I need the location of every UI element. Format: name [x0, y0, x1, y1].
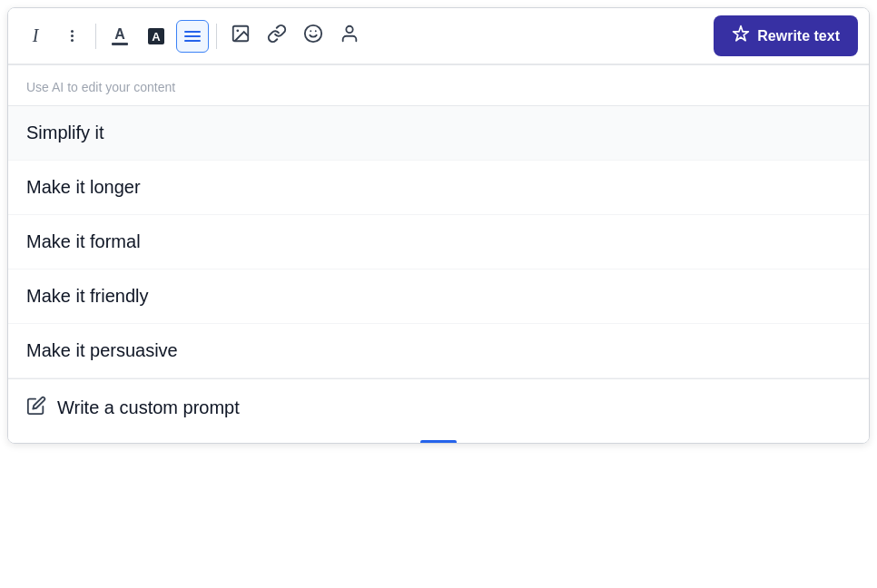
rewrite-label: Rewrite text [757, 28, 840, 44]
emoji-icon [303, 24, 323, 48]
person-button[interactable] [333, 20, 366, 53]
persuasive-label: Make it persuasive [26, 340, 178, 361]
longer-label: Make it longer [26, 177, 141, 198]
link-icon [267, 24, 287, 48]
text-highlight-icon: A [146, 26, 166, 46]
text-color-button[interactable]: A [103, 20, 136, 53]
emoji-button[interactable] [297, 20, 330, 53]
svg-point-7 [346, 26, 352, 33]
svg-point-3 [236, 29, 239, 32]
align-button[interactable] [176, 20, 209, 53]
align-icon [184, 31, 201, 42]
more-options-button[interactable] [55, 20, 88, 53]
friendly-label: Make it friendly [26, 286, 149, 307]
simplify-label: Simplify it [26, 122, 104, 143]
svg-text:A: A [152, 30, 161, 44]
toolbar-divider-2 [216, 24, 217, 49]
longer-item[interactable]: Make it longer [8, 161, 869, 215]
formal-item[interactable]: Make it formal [8, 215, 869, 270]
svg-point-4 [305, 25, 321, 42]
custom-prompt-label: Write a custom prompt [57, 397, 240, 418]
text-highlight-button[interactable]: A [140, 20, 172, 53]
simplify-item[interactable]: Simplify it [8, 106, 869, 161]
editor-container: I A A [7, 7, 870, 444]
italic-button[interactable]: I [19, 20, 52, 53]
sparkle-icon [732, 24, 750, 47]
person-icon [340, 24, 360, 48]
dropdown-panel: Use AI to edit your content Simplify it … [8, 64, 869, 443]
dropdown-hint: Use AI to edit your content [8, 65, 869, 106]
image-button[interactable] [224, 20, 257, 53]
custom-prompt-item[interactable]: Write a custom prompt [8, 378, 869, 436]
friendly-item[interactable]: Make it friendly [8, 270, 869, 324]
image-icon [231, 24, 251, 48]
text-color-icon: A [112, 27, 128, 45]
rewrite-button[interactable]: Rewrite text [714, 15, 858, 56]
more-options-icon [71, 30, 74, 42]
pencil-icon [26, 396, 46, 420]
formal-label: Make it formal [26, 231, 141, 252]
italic-icon: I [33, 25, 39, 46]
bottom-indicator [420, 440, 457, 443]
persuasive-item[interactable]: Make it persuasive [8, 324, 869, 378]
toolbar-divider-1 [95, 24, 96, 49]
link-button[interactable] [261, 20, 293, 53]
toolbar: I A A [8, 8, 869, 64]
